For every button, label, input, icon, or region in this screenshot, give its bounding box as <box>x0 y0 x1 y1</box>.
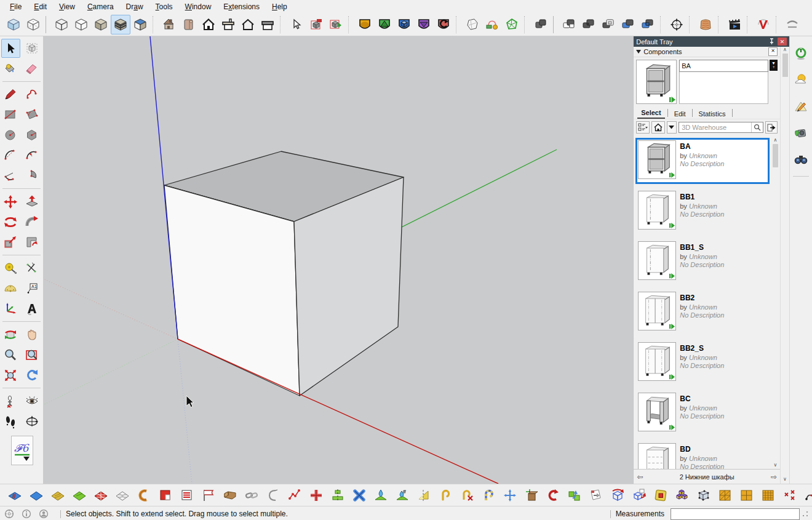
power-icon[interactable] <box>791 44 811 63</box>
outer-shell-icon[interactable] <box>559 15 579 34</box>
scroll-down-icon[interactable]: ∨ <box>771 460 780 469</box>
scrollbar-thumb[interactable] <box>773 144 778 167</box>
polygon-tool-icon[interactable] <box>23 126 42 145</box>
surface-numbers-icon[interactable]: # <box>6 486 23 505</box>
component-item-bb1[interactable]: BB1by UnknownNo Description <box>635 188 770 234</box>
pan-tool-icon[interactable] <box>23 325 42 344</box>
lined-square-icon[interactable] <box>178 486 196 505</box>
component-description-box[interactable] <box>679 72 768 104</box>
menu-window[interactable]: Window <box>179 1 218 13</box>
home-collection-icon[interactable] <box>651 121 665 134</box>
grid-2x2-icon[interactable] <box>738 486 755 505</box>
iso-view-icon[interactable] <box>355 15 375 34</box>
tray-scroll-up-icon[interactable]: ∧ <box>783 47 787 52</box>
tab-select[interactable]: Select <box>637 108 664 119</box>
search-icon[interactable] <box>751 122 763 132</box>
select-cursor-icon[interactable] <box>287 15 306 34</box>
components-close-icon[interactable]: ✕ <box>768 47 778 56</box>
collections-dropdown-icon[interactable] <box>667 121 677 134</box>
circle-tool-icon[interactable] <box>1 126 20 145</box>
two-point-arc-tool-icon[interactable] <box>23 146 42 165</box>
look-around-tool-icon[interactable] <box>23 391 42 410</box>
wood-material-icon[interactable] <box>696 15 715 34</box>
back-view-icon[interactable] <box>434 15 453 34</box>
match-photo-icon[interactable] <box>791 123 811 143</box>
resize-grip[interactable] <box>802 511 808 517</box>
tray-title-bar[interactable]: Default Tray ✕ <box>634 36 789 47</box>
component-crate-icon[interactable] <box>179 15 199 34</box>
bottom-view-icon[interactable] <box>414 15 434 34</box>
warehouse-house-icon[interactable] <box>218 15 238 34</box>
tray-close-icon[interactable]: ✕ <box>778 38 787 46</box>
rectangle-tool-icon[interactable] <box>1 105 20 124</box>
polyline-points-icon[interactable] <box>285 486 303 505</box>
blue-cross-icon[interactable] <box>350 486 368 505</box>
component-item-bb1-s[interactable]: BB1_Sby UnknownNo Description <box>635 239 770 285</box>
back-edges-style-icon[interactable] <box>23 15 43 34</box>
front-view-icon[interactable] <box>375 15 394 34</box>
bracket-curve-icon[interactable] <box>264 486 282 505</box>
menu-edit[interactable]: Edit <box>28 1 53 13</box>
shadows-icon[interactable] <box>791 70 811 90</box>
grid-4x4-icon[interactable] <box>759 486 777 505</box>
cube-rotate-copy-icon[interactable] <box>630 486 648 505</box>
pin-icon[interactable] <box>767 38 776 46</box>
offset-tool-icon[interactable] <box>23 233 42 252</box>
open-panel-arrow-icon[interactable] <box>765 121 778 134</box>
menu-view[interactable]: View <box>53 1 81 13</box>
tray-scrollbar-thumb[interactable] <box>782 54 788 77</box>
arc-tool-icon[interactable] <box>1 146 20 165</box>
box-axes-icon[interactable] <box>522 486 540 505</box>
binoculars-icon[interactable] <box>791 150 811 169</box>
menu-draw[interactable]: Draw <box>120 1 149 13</box>
drop-hash-icon[interactable]: # <box>393 486 411 505</box>
components-section-header[interactable]: Components ✕ <box>634 47 780 57</box>
house-3d-icon[interactable] <box>159 15 179 34</box>
green-align-icon[interactable] <box>328 486 346 505</box>
collapse-triangle-icon[interactable] <box>636 50 641 54</box>
paint-bucket-icon[interactable] <box>1 59 20 78</box>
look-at-compass-icon[interactable] <box>667 15 687 34</box>
red-cross-icon[interactable] <box>307 486 325 505</box>
component-options-icon[interactable] <box>306 15 326 34</box>
walk-tool-icon[interactable] <box>1 412 20 431</box>
dice-group-icon[interactable] <box>673 486 691 505</box>
component-item-bb2[interactable]: BB2by UnknownNo Description <box>635 289 770 335</box>
sandbox-curves-icon[interactable] <box>782 15 802 34</box>
tray-scroll-down-icon[interactable]: ∨ <box>783 474 787 484</box>
push-pull-tool-icon[interactable] <box>23 192 42 211</box>
select-tool-icon[interactable] <box>1 39 20 58</box>
follow-me-tool-icon[interactable] <box>23 212 42 231</box>
secondary-pane-toggle-icon[interactable]: ▼＋ <box>770 60 778 71</box>
wood-block-icon[interactable] <box>221 486 239 505</box>
orbit-tool-icon[interactable] <box>1 325 20 344</box>
curve-handles-icon[interactable] <box>802 486 812 505</box>
wireframe-style-icon[interactable] <box>52 15 71 34</box>
shaded-style-icon[interactable] <box>91 15 111 34</box>
hook-delete-icon[interactable] <box>458 486 476 505</box>
scale-tool-icon[interactable] <box>1 233 20 252</box>
trim-icon[interactable] <box>618 15 638 34</box>
union-icon[interactable] <box>579 15 599 34</box>
surface-yellow-icon[interactable] <box>49 486 66 505</box>
hook-curve-icon[interactable] <box>436 486 454 505</box>
lasso-selection-icon[interactable] <box>482 15 502 34</box>
grid-white-icon[interactable] <box>113 486 131 505</box>
rotated-rectangle-tool-icon[interactable] <box>23 105 42 124</box>
compass-tool-icon[interactable] <box>23 412 42 431</box>
menu-file[interactable]: File <box>4 1 28 13</box>
3d-viewport[interactable] <box>43 36 633 484</box>
card-arrow-icon[interactable] <box>587 486 605 505</box>
zoom-extents-tool-icon[interactable] <box>1 366 20 385</box>
shaded-with-textures-style-icon[interactable] <box>111 15 130 34</box>
house-outline-icon[interactable] <box>238 15 258 34</box>
move-tool-icon[interactable] <box>1 192 20 211</box>
monochrome-style-icon[interactable] <box>130 15 150 34</box>
protractor-tool-icon[interactable] <box>1 279 20 298</box>
component-item-bd[interactable]: BDby UnknownNo Description <box>635 441 770 469</box>
red-square-corner-icon[interactable] <box>156 486 174 505</box>
scatter-marks-icon[interactable] <box>781 486 798 505</box>
3d-warehouse-search-input[interactable]: 3D Warehouse <box>679 122 763 133</box>
measurements-input[interactable] <box>671 508 800 520</box>
user-icon[interactable] <box>38 509 49 519</box>
